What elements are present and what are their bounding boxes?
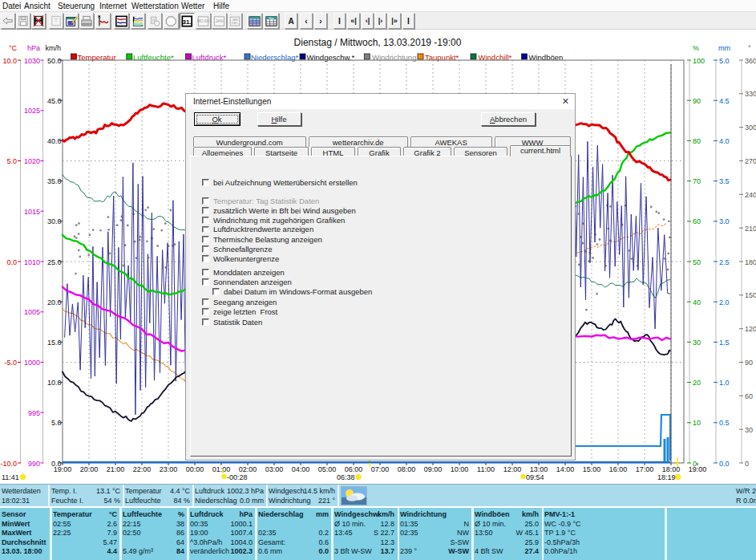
svg-text:60: 60	[693, 217, 701, 225]
svg-text:330: 330	[745, 90, 756, 98]
svg-text:60: 60	[745, 392, 753, 400]
svg-text:360: 360	[745, 57, 756, 65]
svg-text:30.0: 30.0	[47, 217, 62, 225]
svg-text:%: %	[693, 44, 699, 52]
svg-text:50.0: 50.0	[47, 57, 62, 65]
svg-text:2.0: 2.0	[719, 298, 730, 306]
svg-text:2.5: 2.5	[719, 258, 730, 266]
svg-text:80: 80	[693, 137, 701, 145]
svg-text:4.0: 4.0	[719, 137, 730, 145]
svg-text:13:00: 13:00	[530, 465, 548, 473]
svg-text:1000: 1000	[24, 359, 40, 367]
svg-text:40: 40	[693, 298, 701, 306]
svg-text:12:00: 12:00	[503, 465, 522, 473]
svg-text:5.0: 5.0	[719, 57, 730, 65]
svg-text:10: 10	[693, 419, 701, 427]
svg-text:14:00: 14:00	[556, 465, 575, 473]
svg-text:35.0: 35.0	[47, 177, 62, 185]
svg-text:3.0: 3.0	[719, 217, 730, 225]
svg-text:40.0: 40.0	[47, 137, 62, 145]
svg-text:08:00: 08:00	[398, 465, 416, 473]
svg-text:50: 50	[693, 258, 701, 266]
svg-text:150: 150	[745, 291, 756, 299]
svg-text:90: 90	[745, 359, 753, 367]
svg-text:00:00: 00:00	[186, 465, 204, 473]
svg-text:06:00: 06:00	[345, 465, 363, 473]
svg-text:90: 90	[693, 97, 701, 105]
svg-text:11:00: 11:00	[477, 465, 495, 473]
svg-text:30: 30	[693, 339, 701, 347]
svg-text:1010: 1010	[24, 258, 40, 266]
svg-text:23:00: 23:00	[160, 465, 178, 473]
svg-text:°C: °C	[9, 44, 18, 52]
svg-text:km/h: km/h	[45, 44, 61, 52]
svg-text:20.0: 20.0	[47, 298, 62, 306]
svg-text:240: 240	[745, 191, 756, 199]
svg-text:210: 210	[745, 225, 756, 233]
svg-text:10.0: 10.0	[2, 57, 17, 65]
svg-text:-10.0: -10.0	[0, 460, 17, 468]
svg-text:1025: 1025	[24, 107, 40, 115]
svg-text:-00:28: -00:28	[227, 473, 248, 481]
svg-text:0.0: 0.0	[6, 258, 17, 266]
svg-text:990: 990	[28, 460, 40, 468]
svg-text:03:00: 03:00	[265, 465, 284, 473]
svg-text:0.5: 0.5	[719, 419, 730, 427]
svg-text:05:00: 05:00	[318, 465, 337, 473]
svg-text:120: 120	[745, 325, 756, 333]
svg-text:02:00: 02:00	[239, 465, 257, 473]
svg-text:16:00: 16:00	[609, 465, 628, 473]
svg-text:01:00: 01:00	[212, 465, 231, 473]
svg-text:25.0: 25.0	[47, 258, 62, 266]
svg-text:15.0: 15.0	[47, 339, 62, 347]
svg-text:°: °	[748, 44, 751, 52]
svg-text:3.5: 3.5	[719, 177, 730, 185]
svg-text:1.0: 1.0	[719, 379, 730, 387]
svg-text:18:00: 18:00	[662, 465, 681, 473]
svg-text:1.5: 1.5	[719, 339, 730, 347]
svg-text:21:00: 21:00	[107, 465, 125, 473]
svg-text:09:00: 09:00	[424, 465, 443, 473]
svg-text:300: 300	[745, 124, 756, 132]
svg-text:11:41: 11:41	[2, 473, 19, 481]
svg-text:45.0: 45.0	[47, 97, 62, 105]
svg-text:19:00: 19:00	[689, 465, 707, 473]
svg-text:15:00: 15:00	[583, 465, 601, 473]
svg-text:10:00: 10:00	[451, 465, 469, 473]
svg-text:19:00: 19:00	[54, 465, 72, 473]
svg-text:1005: 1005	[24, 308, 40, 316]
svg-text:10.0: 10.0	[47, 379, 62, 387]
svg-text:-5.0: -5.0	[4, 359, 17, 367]
svg-text:20: 20	[693, 379, 701, 387]
svg-text:30: 30	[745, 426, 753, 434]
svg-text:07:00: 07:00	[371, 465, 390, 473]
svg-text:17:00: 17:00	[636, 465, 654, 473]
svg-text:22:00: 22:00	[133, 465, 152, 473]
svg-text:1020: 1020	[24, 157, 40, 165]
svg-text:4.5: 4.5	[719, 97, 730, 105]
svg-text:0: 0	[745, 460, 749, 468]
svg-text:04:00: 04:00	[292, 465, 310, 473]
svg-text:5.0: 5.0	[51, 419, 62, 427]
svg-text:20:00: 20:00	[80, 465, 99, 473]
svg-text:18:19: 18:19	[657, 473, 676, 481]
svg-text:70: 70	[693, 177, 701, 185]
svg-text:1030: 1030	[24, 57, 40, 65]
svg-text:0.0: 0.0	[719, 460, 730, 468]
svg-text:06:38: 06:38	[337, 473, 355, 481]
svg-text:09:54: 09:54	[526, 473, 544, 481]
svg-text:180: 180	[745, 258, 756, 266]
svg-text:270: 270	[745, 157, 756, 165]
svg-text:995: 995	[28, 409, 40, 417]
svg-text:mm: mm	[718, 44, 730, 52]
svg-text:hPa: hPa	[27, 44, 40, 52]
svg-text:5.0: 5.0	[6, 157, 17, 165]
svg-text:100: 100	[693, 57, 705, 65]
svg-text:Dienstag / Mittwoch, 13.03.201: Dienstag / Mittwoch, 13.03.2019 -19:00	[294, 37, 462, 48]
svg-text:1015: 1015	[24, 208, 40, 216]
